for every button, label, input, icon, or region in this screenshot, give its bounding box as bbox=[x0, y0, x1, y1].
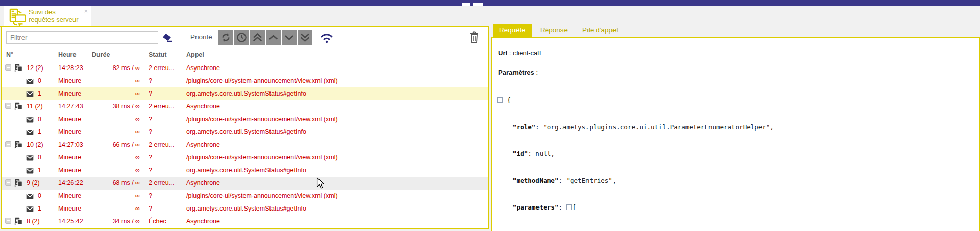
table-row[interactable]: 0 Mineure ∞ ? /plugins/core-ui/system-an… bbox=[2, 190, 488, 202]
request-call: Asynchrone bbox=[186, 179, 220, 187]
table-row-selected[interactable]: 1 Mineure ∞ ? org.ametys.core.util.Syste… bbox=[2, 87, 488, 100]
tab-reponse[interactable]: Réponse bbox=[533, 24, 574, 37]
double-chevron-up-icon bbox=[252, 32, 263, 43]
browser-top-bar bbox=[0, 0, 980, 6]
json-line: "methodName": "getEntries", bbox=[497, 176, 774, 186]
url-label: Url bbox=[498, 49, 507, 57]
topbar-highlight bbox=[473, 3, 483, 6]
request-duration: ∞ bbox=[91, 192, 140, 199]
collapse-expander-icon[interactable] bbox=[5, 179, 11, 186]
table-row[interactable]: 11 (2) 14:27:43 38 ms / ∞ 2 erreu... Asy… bbox=[2, 100, 488, 113]
request-group-icon bbox=[14, 179, 23, 188]
request-call: Asynchrone bbox=[186, 103, 220, 110]
request-priority: Mineure bbox=[58, 90, 81, 97]
request-call: org.ametys.core.util.SystemStatus#getInf… bbox=[186, 167, 306, 174]
collapse-expander-icon[interactable] bbox=[5, 64, 11, 71]
table-row[interactable]: 0 Mineure ∞ ? /plugins/core-ui/system-an… bbox=[2, 75, 488, 87]
request-status: 2 erreu... bbox=[149, 179, 174, 187]
request-call: /plugins/core-ui/system-announcement/vie… bbox=[186, 77, 338, 84]
clear-filter-eraser-icon[interactable] bbox=[161, 32, 174, 44]
collapse-expander-icon[interactable] bbox=[5, 103, 11, 109]
refresh-button[interactable] bbox=[218, 30, 233, 45]
mouse-cursor bbox=[316, 177, 325, 189]
table-row[interactable]: 0 Mineure ∞ ? /plugins/core-ui/system-an… bbox=[2, 113, 488, 126]
collapse-expander-icon[interactable] bbox=[5, 218, 11, 224]
priority-lowest-button[interactable] bbox=[298, 30, 312, 45]
request-status: ? bbox=[149, 167, 152, 174]
request-priority: Mineure bbox=[58, 167, 81, 174]
table-row[interactable]: 10 (2) 14:27:03 66 ms / ∞ 2 erreu... Asy… bbox=[2, 138, 488, 151]
collapse-expander-icon[interactable] bbox=[5, 141, 11, 147]
requests-panel: Priorité N° Heure Durée Statut Appel bbox=[1, 27, 489, 229]
refresh-icon bbox=[220, 32, 232, 43]
topbar-highlight bbox=[462, 3, 470, 6]
request-duration: ∞ bbox=[91, 90, 140, 97]
tool-tab-title: Suivi des requêtes serveur bbox=[29, 8, 82, 24]
request-group-icon bbox=[14, 64, 23, 73]
table-row[interactable]: 1 Mineure ∞ ? org.ametys.core.util.Syste… bbox=[2, 202, 488, 215]
priority-up-button[interactable] bbox=[266, 30, 281, 45]
request-detail-panel: Url : client-call Paramètres : { "role":… bbox=[491, 37, 980, 231]
request-priority: Mineure bbox=[58, 115, 81, 123]
request-number: 0 bbox=[38, 115, 41, 123]
clock-icon bbox=[236, 32, 248, 43]
request-duration: 38 ms / ∞ bbox=[91, 103, 140, 110]
request-priority: Mineure bbox=[58, 205, 81, 212]
request-status: 2 erreu... bbox=[149, 103, 174, 110]
column-header-statut[interactable]: Statut bbox=[149, 51, 166, 58]
request-duration: 34 ms / ∞ bbox=[91, 218, 140, 225]
column-header-appel[interactable]: Appel bbox=[186, 51, 204, 58]
request-duration: ∞ bbox=[91, 205, 140, 212]
request-status: ? bbox=[149, 205, 152, 212]
table-row-hovered[interactable]: 9 (2) 14:26:22 68 ms / ∞ 2 erreu... Asyn… bbox=[2, 177, 488, 190]
message-envelope-icon bbox=[26, 89, 34, 98]
priority-highest-button[interactable] bbox=[250, 30, 265, 45]
column-header-duree[interactable]: Durée bbox=[92, 51, 110, 58]
request-number: 9 (2) bbox=[27, 179, 40, 187]
request-status: ? bbox=[149, 128, 152, 135]
double-chevron-down-icon bbox=[299, 32, 311, 43]
json-line: { bbox=[497, 96, 774, 105]
request-number: 1 bbox=[38, 167, 41, 174]
network-wifi-icon[interactable] bbox=[320, 31, 334, 44]
tool-tab-strip: Suivi des requêtes serveur × bbox=[0, 6, 980, 26]
table-row[interactable]: 8 (2) 14:25:42 34 ms / ∞ Échec Asynchron… bbox=[2, 215, 488, 228]
request-duration: 82 ms / ∞ bbox=[91, 64, 140, 72]
trash-icon[interactable] bbox=[469, 31, 480, 44]
table-row[interactable]: 0 Mineure ∞ ? /plugins/core-ui/system-an… bbox=[2, 151, 488, 164]
table-row[interactable]: 1 Mineure ∞ ? org.ametys.core.util.Syste… bbox=[2, 126, 488, 138]
message-envelope-icon bbox=[26, 204, 34, 213]
request-status: 2 erreu... bbox=[149, 64, 174, 72]
timing-button[interactable] bbox=[234, 30, 249, 45]
request-group-icon bbox=[14, 217, 23, 226]
close-icon[interactable]: × bbox=[84, 8, 88, 14]
request-status: ? bbox=[149, 154, 152, 161]
message-envelope-icon bbox=[26, 166, 34, 175]
parameters-colon: : bbox=[534, 68, 538, 76]
tab-pile-appel[interactable]: Pile d'appel bbox=[576, 24, 624, 37]
filter-input[interactable] bbox=[6, 31, 158, 44]
json-parameters-view: { "role": "org.ametys.plugins.core.ui.ut… bbox=[497, 78, 774, 231]
tool-tab-server-requests[interactable]: Suivi des requêtes serveur × bbox=[4, 6, 91, 26]
request-call: Asynchrone bbox=[186, 218, 220, 225]
request-number: 1 bbox=[38, 90, 41, 97]
request-time: 14:28:23 bbox=[58, 64, 83, 72]
request-call: /plugins/core-ui/system-announcement/vie… bbox=[186, 154, 338, 161]
request-time: 14:27:43 bbox=[58, 103, 83, 110]
message-envelope-icon bbox=[26, 77, 34, 85]
column-header-heure[interactable]: Heure bbox=[58, 51, 76, 58]
collapse-icon[interactable] bbox=[566, 204, 572, 210]
server-sync-icon bbox=[8, 8, 28, 27]
request-group-icon bbox=[14, 102, 23, 111]
table-row[interactable]: 1 Mineure ∞ ? org.ametys.core.util.Syste… bbox=[2, 164, 488, 177]
request-duration: ∞ bbox=[91, 77, 140, 84]
detail-tab-bar: Requête Réponse Pile d'appel bbox=[493, 24, 626, 37]
message-envelope-icon bbox=[26, 115, 34, 124]
column-header-num[interactable]: N° bbox=[6, 51, 13, 58]
request-call: org.ametys.core.util.SystemStatus#getInf… bbox=[186, 128, 306, 135]
priority-button-group bbox=[218, 30, 312, 45]
tab-requete[interactable]: Requête bbox=[493, 24, 532, 37]
collapse-icon[interactable] bbox=[497, 97, 503, 103]
priority-down-button[interactable] bbox=[282, 30, 297, 45]
table-row[interactable]: 12 (2) 14:28:23 82 ms / ∞ 2 erreu... Asy… bbox=[2, 62, 488, 75]
